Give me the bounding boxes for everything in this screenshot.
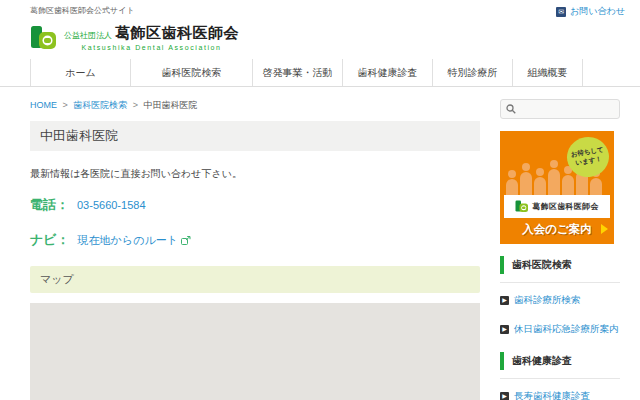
map-section-heading: マップ (30, 266, 480, 293)
cta-arrow-icon (601, 224, 608, 234)
top-utility-bar: 葛飾区歯科医師会公式サイト ✉ お問い合わせ (0, 0, 640, 18)
membership-banner[interactable]: お待ちして います！ 葛飾区歯科医師会 入会のご案内 (500, 131, 614, 244)
sidebar-link-holiday-emergency[interactable]: ▶ 休日歯科応急診療所案内 (500, 323, 620, 336)
info-note: 最新情報は各医院に直接お問い合わせ下さい。 (30, 167, 480, 181)
site-logo[interactable]: 公益社団法人 葛飾区歯科医師会 Katsushika Dental Associ… (30, 24, 610, 51)
breadcrumb-home-link[interactable]: HOME (30, 100, 57, 110)
sidebar-section-clinic-search: 歯科医院検索 ▶ 歯科診療所検索 ▶ 休日歯科応急診療所案内 (500, 256, 620, 336)
breadcrumb-current: 中田歯科医院 (144, 100, 198, 110)
org-name-english: Katsushika Dental Association (64, 44, 239, 51)
phone-number-link[interactable]: 03-5660-1584 (77, 199, 146, 211)
sidebar-search-input[interactable] (520, 104, 610, 114)
breadcrumb-section-link[interactable]: 歯科医院検索 (73, 100, 127, 110)
nav-item-organization[interactable]: 組織概要 (512, 59, 582, 86)
main-content: HOME > 歯科医院検索 > 中田歯科医院 中田歯科医院 最新情報は各医院に直… (30, 99, 480, 400)
org-name: 葛飾区歯科医師会 (115, 24, 239, 43)
sidebar-search-box (500, 99, 620, 119)
banner-logo-icon (515, 200, 529, 213)
external-link-icon (181, 235, 191, 247)
contact-label: お問い合わせ (570, 5, 625, 18)
mail-icon: ✉ (556, 7, 566, 17)
sidebar-section-health-checkup: 歯科健康診査 ▶ 長寿歯科健康診査 ▶ 成人歯科健康診査 (500, 352, 620, 400)
navi-label: ナビ： (30, 231, 70, 249)
sidebar: お待ちして います！ 葛飾区歯科医師会 入会のご案内 歯科医院検索 (500, 99, 620, 400)
nav-endcap-divider (582, 59, 610, 86)
site-header: 公益社団法人 葛飾区歯科医師会 Katsushika Dental Associ… (0, 18, 640, 59)
sidebar-link-clinic-search[interactable]: ▶ 歯科診療所検索 (500, 294, 620, 307)
search-icon (506, 104, 516, 114)
main-nav: ホーム 歯科医院検索 啓発事業・活動 歯科健康診査 特別診療所 組織概要 (0, 59, 640, 87)
map-canvas[interactable] (30, 303, 480, 400)
breadcrumb-separator: > (63, 100, 68, 110)
route-link[interactable]: 現在地からのルート (78, 233, 191, 248)
sidebar-heading: 歯科健康診査 (500, 352, 620, 370)
phone-label: 電話： (30, 196, 69, 214)
nav-item-health-checkup[interactable]: 歯科健康診査 (342, 59, 432, 86)
org-type-label: 公益社団法人 (64, 30, 112, 41)
contact-link[interactable]: ✉ お問い合わせ (556, 5, 625, 18)
membership-cta: 入会のご案内 (504, 218, 610, 240)
sidebar-heading: 歯科医院検索 (500, 256, 620, 274)
page-title: 中田歯科医院 (30, 121, 480, 151)
nav-item-home[interactable]: ホーム (30, 59, 130, 86)
nav-item-special-clinic[interactable]: 特別診療所 (432, 59, 512, 86)
navi-row: ナビ： 現在地からのルート (30, 231, 480, 249)
nav-item-clinic-search[interactable]: 歯科医院検索 (130, 59, 252, 86)
breadcrumb: HOME > 歯科医院検索 > 中田歯科医院 (30, 99, 480, 112)
sidebar-link-longevity-checkup[interactable]: ▶ 長寿歯科健康診査 (500, 390, 620, 400)
breadcrumb-separator: > (133, 100, 138, 110)
arrow-square-icon: ▶ (500, 325, 509, 334)
phone-row: 電話： 03-5660-1584 (30, 196, 480, 214)
banner-org-name: 葛飾区歯科医師会 (532, 201, 598, 212)
arrow-square-icon: ▶ (500, 392, 509, 400)
site-note: 葛飾区歯科医師会公式サイト (30, 5, 135, 16)
nav-item-activities[interactable]: 啓発事業・活動 (252, 59, 342, 86)
dental-association-logo-icon (30, 25, 58, 51)
arrow-square-icon: ▶ (500, 296, 509, 305)
